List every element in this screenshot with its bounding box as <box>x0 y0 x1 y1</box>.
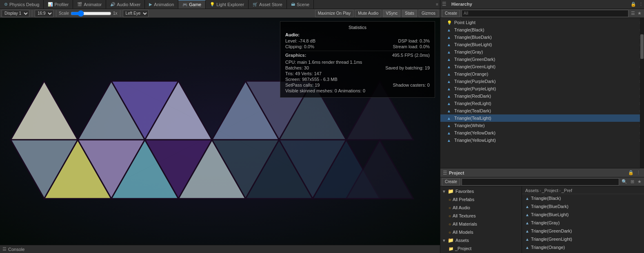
asset-item-4[interactable]: ▲ Triangle(GreenDark) <box>522 227 644 235</box>
hierarchy-search[interactable] <box>462 10 628 17</box>
project-search[interactable] <box>462 178 619 186</box>
asset-item-5[interactable]: ▲ Triangle(GreenLight) <box>522 235 644 243</box>
hierarchy-item-7[interactable]: ▲ Triangle(PurpleDark) › <box>440 78 644 85</box>
hierarchy-item-13[interactable]: ▲ Triangle(White) › <box>440 122 644 129</box>
favorites-section[interactable]: ▼ 📁 Favorites <box>440 187 522 195</box>
tris-label: Tris: 49 Verts: 147 <box>285 71 322 76</box>
display-select[interactable]: Display 1 <box>2 10 29 17</box>
hierarchy-list-icon[interactable]: ☰ <box>630 11 636 16</box>
triangle-purpledark-icon: ▲ <box>447 79 453 84</box>
hierarchy-item-12[interactable]: ▲ Triangle(TealLight) › <box>440 114 644 122</box>
maximize-button[interactable]: Maximize On Play <box>315 10 354 17</box>
aspect-select[interactable]: 16:9 <box>35 10 53 17</box>
hierarchy-item-6[interactable]: ▲ Triangle(Orange) › <box>440 70 644 78</box>
tab-scene[interactable]: 🏔 Scene <box>287 0 314 9</box>
fav-audio[interactable]: ○ All Audio <box>440 204 522 212</box>
scale-label: Scale <box>59 11 69 16</box>
stats-audio-row-1: Level: -74.8 dB DSP load: 0.3% <box>285 38 430 43</box>
project-header-icon: ☰ <box>443 170 447 176</box>
hierarchy-scroll-thumb[interactable] <box>640 34 644 59</box>
fav-textures[interactable]: ○ All Textures <box>440 212 522 220</box>
hierarchy-item-11[interactable]: ▲ Triangle(TealDark) › <box>440 107 644 114</box>
hierarchy-item-0[interactable]: ▲ Triangle(Black) › <box>440 26 644 34</box>
asset-item-3[interactable]: ▲ Triangle(Gray) <box>522 219 644 227</box>
vsync-button[interactable]: VSync <box>383 10 400 17</box>
hierarchy-item-9[interactable]: ▲ Triangle(RedDark) › <box>440 92 644 100</box>
hierarchy-star-icon[interactable]: ★ <box>637 11 642 16</box>
mute-button[interactable]: Mute Audio <box>355 10 381 17</box>
asset-item-1[interactable]: ▲ Triangle(BlueDark) <box>522 202 644 210</box>
project-filter-icon[interactable]: ⊞ <box>630 179 635 184</box>
setpass-label: SetPass calls: 19 <box>285 83 320 87</box>
tab-profiler[interactable]: 📊 Profiler <box>44 0 73 9</box>
triangle-yellowlight-icon: ▲ <box>447 138 453 143</box>
hierarchy-item-10[interactable]: ▲ Triangle(RedLight) › <box>440 100 644 107</box>
hierarchy-item-4[interactable]: ▲ Triangle(GreenDark) › <box>440 56 644 63</box>
animation-icon: ▶ <box>149 2 152 7</box>
stats-skinned-row: Visible skinned meshes: 0 Animations: 0 <box>285 88 430 93</box>
assets-project[interactable]: 📁 _Project <box>440 244 522 253</box>
fav-models[interactable]: ○ All Models <box>440 228 522 236</box>
triangle-purplelight-icon: ▲ <box>447 87 453 91</box>
hierarchy-item-14[interactable]: ▲ Triangle(YellowDark) › <box>440 129 644 137</box>
project-create-button[interactable]: Create <box>442 178 460 186</box>
fav-prefabs[interactable]: ○ All Prefabs <box>440 195 522 204</box>
hierarchy-item-5[interactable]: ▲ Triangle(GreenLight) › <box>440 63 644 70</box>
project-star2-icon[interactable]: ★ <box>637 179 642 184</box>
asset-item-2[interactable]: ▲ Triangle(BlueLight) <box>522 210 644 219</box>
triangle-bluedark-icon: ▲ <box>447 35 453 40</box>
models-icon: ○ <box>449 230 451 235</box>
project-search-icon[interactable]: 🔍 <box>621 179 628 184</box>
hierarchy-item-1[interactable]: ▲ Triangle(BlueDark) › <box>440 34 644 41</box>
asset-2-icon: ▲ <box>525 213 529 217</box>
tab-audio-mixer[interactable]: 🔊 Audio Mixer <box>106 0 145 9</box>
main-layout: Display 1 16:9 Scale 1x Left Eye Maximiz… <box>0 9 644 253</box>
dsp-label: DSP load: 0.3% <box>398 38 430 43</box>
asset-1-icon: ▲ <box>525 204 529 209</box>
fps-label: 495.5 FPS (2.0ms) <box>392 53 430 59</box>
console-icon: ☰ <box>2 246 7 252</box>
eye-select[interactable]: Left Eye <box>123 10 149 17</box>
tab-asset-store[interactable]: 🛒 Asset Store <box>249 0 287 9</box>
tab-animation[interactable]: ▶ Animation <box>145 0 178 9</box>
hierarchy-scroll-track[interactable] <box>640 18 644 168</box>
hierarchy-menu-icon[interactable]: ⋮ <box>638 2 644 7</box>
stats-graphics-row: Graphics: 495.5 FPS (2.0ms) <box>285 53 430 59</box>
tab-overflow-icon[interactable]: ≡ <box>434 2 440 7</box>
fav-materials[interactable]: ○ All Materials <box>440 220 522 228</box>
stats-screen-row: Screen: 987x555 - 6.3 MB <box>285 77 430 82</box>
asset-item-6[interactable]: ▲ Triangle(Orange) <box>522 243 644 251</box>
game-toolbar: Display 1 16:9 Scale 1x Left Eye Maximiz… <box>0 9 440 18</box>
triangle-black-icon: ▲ <box>447 28 453 32</box>
hierarchy-item-3[interactable]: ▲ Triangle(Gray) › <box>440 48 644 56</box>
triangle-orange-icon: ▲ <box>447 72 453 76</box>
asset-item-0[interactable]: ▲ Triangle(Black) <box>522 194 644 202</box>
hierarchy-item-point-light[interactable]: 💡 Point Light › <box>440 19 644 26</box>
hierarchy-item-8[interactable]: ▲ Triangle(PurpleLight) › <box>440 85 644 92</box>
scale-slider[interactable] <box>71 10 111 17</box>
asset-4-icon: ▲ <box>525 229 529 233</box>
hierarchy-item-2[interactable]: ▲ Triangle(BlueLight) › <box>440 41 644 48</box>
tab-animator[interactable]: 🎬 Animator <box>73 0 106 9</box>
favorites-label: Favorites <box>455 189 474 194</box>
hierarchy-item-15[interactable]: ▲ Triangle(YellowLight) › <box>440 137 644 144</box>
assets-section[interactable]: ▼ 📁 Assets <box>440 236 522 244</box>
tab-light-explorer[interactable]: 💡 Light Explorer <box>206 0 249 9</box>
profiler-icon: 📊 <box>48 2 53 7</box>
project-menu-icon[interactable]: ⋮ <box>635 170 642 175</box>
stats-button[interactable]: Stats <box>402 10 417 17</box>
asset-item-7[interactable]: ▲ Triangle(PurpleDark) <box>522 251 644 253</box>
hierarchy-lock-icon[interactable]: 🔒 <box>630 2 637 7</box>
tab-physics-debug[interactable]: ⚙ Physics Debug <box>0 0 44 9</box>
tab-game[interactable]: 🎮 Game <box>178 0 206 9</box>
stats-title: Statistics <box>285 25 430 30</box>
project-folder-icon: 📁 <box>449 246 453 251</box>
level-label: Level: -74.8 dB <box>285 38 315 43</box>
hierarchy-toolbar: Create ☰ ★ <box>440 9 644 18</box>
triangle-teallight-icon: ▲ <box>447 116 453 121</box>
breadcrumb-sep-1: › <box>540 188 541 193</box>
hierarchy-create-button[interactable]: Create <box>442 10 460 17</box>
asset-5-icon: ▲ <box>525 237 529 242</box>
project-lock-icon[interactable]: 🔒 <box>627 170 635 175</box>
gizmos-button[interactable]: Gizmos <box>419 10 438 17</box>
